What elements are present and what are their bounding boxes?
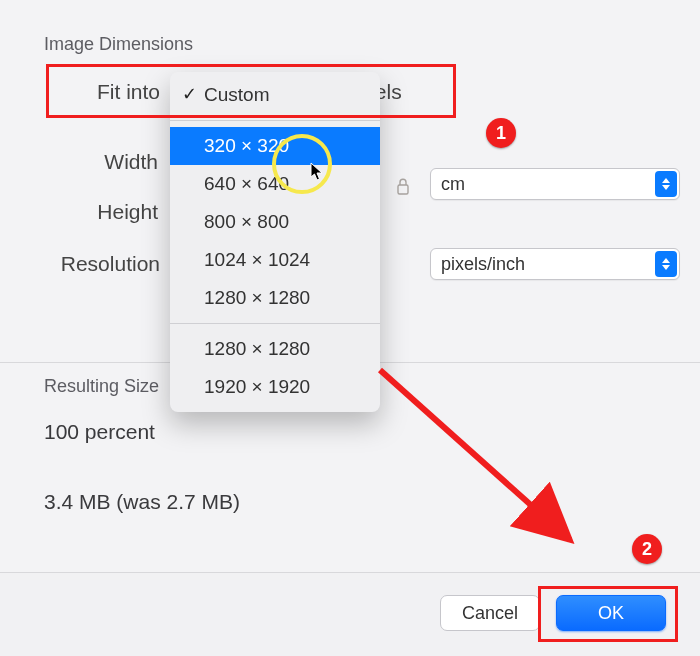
chevron-up-down-icon <box>655 251 677 277</box>
dialog-footer: Cancel OK <box>0 572 700 656</box>
fit-into-menu-item[interactable]: 800 × 800 <box>170 203 380 241</box>
menu-separator <box>170 323 380 324</box>
fit-into-menu[interactable]: Custom 320 × 320 640 × 640 800 × 800 102… <box>170 72 380 412</box>
chevron-up-down-icon <box>655 171 677 197</box>
resulting-size: 3.4 MB (was 2.7 MB) <box>44 490 240 514</box>
size-unit-select[interactable]: cm <box>430 168 680 200</box>
svg-rect-0 <box>398 185 408 194</box>
height-label: Height <box>62 200 158 224</box>
annotation-arrow <box>360 360 620 570</box>
fit-into-label: Fit into <box>60 80 160 104</box>
ok-button[interactable]: OK <box>556 595 666 631</box>
resolution-row: Resolution <box>40 252 160 276</box>
image-size-dialog: Image Dimensions Fit into pixels Width H… <box>0 0 700 656</box>
width-label: Width <box>68 150 158 174</box>
cancel-button[interactable]: Cancel <box>440 595 540 631</box>
fit-into-menu-item-custom[interactable]: Custom <box>170 76 380 114</box>
image-dimensions-heading: Image Dimensions <box>44 34 193 55</box>
fit-into-row: Fit into <box>60 80 160 104</box>
height-row: Height <box>62 200 158 224</box>
resolution-label: Resolution <box>40 252 160 276</box>
annotation-badge-1: 1 <box>486 118 516 148</box>
fit-into-menu-item-highlighted[interactable]: 320 × 320 <box>170 127 380 165</box>
fit-into-menu-item[interactable]: 640 × 640 <box>170 165 380 203</box>
size-unit-value: cm <box>441 174 465 195</box>
fit-into-menu-item[interactable]: 1024 × 1024 <box>170 241 380 279</box>
lock-icon[interactable] <box>395 178 411 196</box>
width-row: Width <box>68 150 158 174</box>
fit-into-menu-item[interactable]: 1280 × 1280 <box>170 330 380 368</box>
resolution-unit-select[interactable]: pixels/inch <box>430 248 680 280</box>
menu-separator <box>170 120 380 121</box>
fit-into-menu-item[interactable]: 1920 × 1920 <box>170 368 380 406</box>
resulting-percent: 100 percent <box>44 420 155 444</box>
svg-line-1 <box>380 370 570 540</box>
fit-into-menu-item[interactable]: 1280 × 1280 <box>170 279 380 317</box>
resulting-size-heading: Resulting Size <box>44 376 159 397</box>
resolution-unit-value: pixels/inch <box>441 254 525 275</box>
annotation-badge-2: 2 <box>632 534 662 564</box>
